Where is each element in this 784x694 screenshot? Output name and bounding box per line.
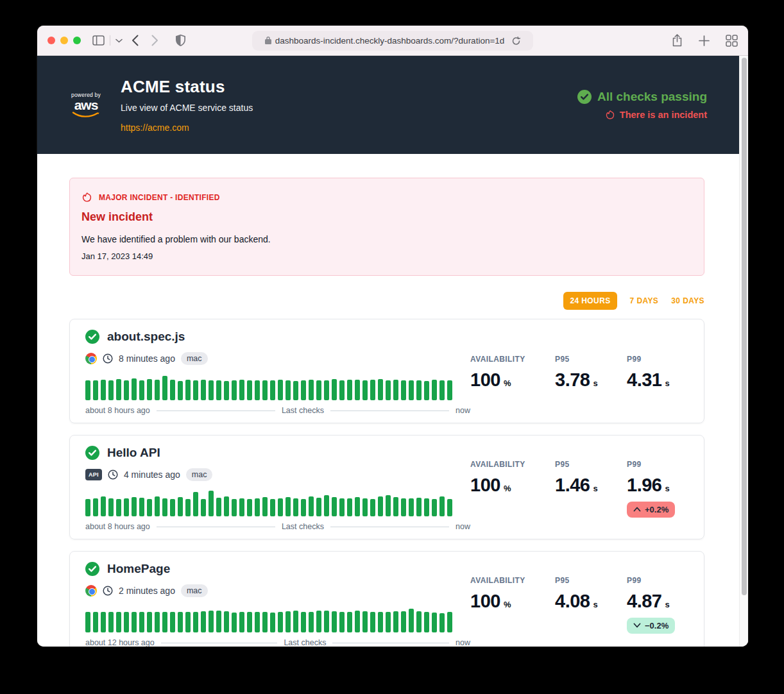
- traffic-lights: [47, 37, 81, 44]
- time-range-filters: 24 HOURS 7 DAYS 30 DAYS: [69, 292, 704, 310]
- zoom-window-button[interactable]: [73, 37, 81, 44]
- privacy-shield-icon[interactable]: [175, 34, 186, 47]
- tab-overview-icon[interactable]: [726, 35, 738, 47]
- p99-label: P99: [627, 460, 688, 469]
- acme-link[interactable]: https://acme.com: [121, 123, 189, 133]
- p99-unit: s: [665, 484, 669, 493]
- chart-axis: about 8 hours ago Last checks now: [85, 522, 470, 531]
- check-card-about-spec-js[interactable]: about.spec.js 8 minutes ago mac about 8 …: [69, 319, 704, 423]
- availability-label: AVAILABILITY: [470, 576, 555, 585]
- aws-logo-powered-by: powered by: [71, 92, 101, 98]
- filter-24-hours[interactable]: 24 HOURS: [563, 292, 617, 310]
- check-card-hello-api[interactable]: Hello API API 4 minutes ago mac about 8 …: [69, 435, 704, 539]
- scrollbar-thumb[interactable]: [742, 58, 747, 595]
- p99-delta-value: −0.2%: [645, 621, 669, 631]
- check-circle-icon: [85, 330, 99, 344]
- availability-unit: %: [504, 378, 511, 388]
- clock-icon: [103, 353, 113, 364]
- page-subtitle: Live view of ACME service status: [121, 103, 253, 113]
- p99-label: P99: [627, 355, 688, 364]
- availability-value: 100: [470, 369, 500, 390]
- axis-start-label: about 12 hours ago: [85, 638, 155, 647]
- check-title: about.spec.js: [107, 330, 185, 344]
- scrollbar-track: [739, 56, 748, 647]
- toolbar-divider: [110, 35, 110, 46]
- p99-value: 4.87: [627, 591, 661, 611]
- check-results-chart: [85, 491, 470, 516]
- close-window-button[interactable]: [47, 37, 55, 44]
- status-passing: All checks passing: [577, 90, 707, 104]
- axis-start-label: about 8 hours ago: [85, 406, 150, 415]
- share-icon[interactable]: [672, 34, 683, 47]
- p95-label: P95: [555, 460, 627, 469]
- check-title: HomePage: [107, 562, 170, 576]
- availability-label: AVAILABILITY: [470, 355, 555, 364]
- p95-unit: s: [593, 378, 597, 388]
- p99-delta-value: +0.2%: [645, 505, 669, 514]
- flame-icon: [605, 109, 615, 121]
- address-bar[interactable]: dashboards-incident.checkly-dashboards.c…: [252, 31, 533, 51]
- location-tag: mac: [181, 584, 208, 597]
- page-title: ACME status: [121, 77, 253, 97]
- location-tag: mac: [181, 352, 208, 365]
- filter-30-days[interactable]: 30 DAYS: [671, 296, 704, 305]
- p95-label: P95: [555, 355, 627, 364]
- p99-delta-badge: +0.2%: [627, 502, 675, 518]
- chrome-icon: [85, 585, 97, 597]
- check-results-chart: [85, 607, 470, 632]
- incident-timestamp: Jan 17, 2023 14:49: [81, 251, 692, 261]
- chevron-down-icon: [633, 623, 641, 628]
- incident-badge: MAJOR INCIDENT - IDENTIFIED: [99, 193, 220, 202]
- status-incident-label: There is an incident: [620, 110, 707, 120]
- axis-end-label: now: [456, 522, 470, 531]
- status-incident[interactable]: There is an incident: [605, 109, 707, 121]
- axis-mid-label: Last checks: [282, 522, 324, 531]
- location-tag: mac: [186, 468, 213, 481]
- axis-end-label: now: [456, 638, 470, 647]
- incident-banner: MAJOR INCIDENT - IDENTIFIED New incident…: [69, 178, 704, 276]
- p99-value: 1.96: [627, 475, 661, 495]
- minimize-window-button[interactable]: [60, 37, 68, 44]
- availability-unit: %: [504, 600, 511, 609]
- axis-mid-label: Last checks: [284, 638, 326, 647]
- p99-unit: s: [665, 600, 669, 609]
- check-circle-icon: [85, 562, 99, 576]
- clock-icon: [108, 470, 118, 480]
- forward-icon[interactable]: [151, 35, 158, 46]
- availability-value: 100: [470, 475, 500, 495]
- aws-logo-text: aws: [74, 98, 98, 112]
- new-tab-icon[interactable]: [699, 35, 710, 46]
- url-text: dashboards-incident.checkly-dashboards.c…: [275, 36, 505, 46]
- api-badge: API: [85, 469, 102, 480]
- incident-title: New incident: [81, 210, 692, 224]
- aws-smile-icon: [72, 112, 100, 119]
- availability-unit: %: [504, 484, 511, 493]
- check-card-homepage[interactable]: HomePage 2 minutes ago mac about 12 hour…: [69, 551, 704, 647]
- incident-message: We have identified a problem with our ba…: [81, 234, 692, 244]
- filter-7-days[interactable]: 7 DAYS: [630, 296, 659, 305]
- reload-icon[interactable]: [512, 37, 520, 46]
- sidebar-toggle-icon[interactable]: [92, 35, 105, 46]
- page: powered by aws ACME status Live view of …: [37, 56, 748, 647]
- sidebar-chevron-down-icon[interactable]: [115, 38, 123, 43]
- p99-label: P99: [627, 576, 688, 585]
- axis-end-label: now: [456, 406, 470, 415]
- check-results-chart: [85, 375, 470, 400]
- check-circle-icon: [85, 446, 99, 460]
- last-run-time: 8 minutes ago: [119, 353, 175, 364]
- check-circle-icon: [577, 90, 592, 104]
- p99-value: 4.31: [627, 369, 661, 390]
- p95-unit: s: [593, 484, 597, 493]
- last-run-time: 4 minutes ago: [124, 470, 180, 480]
- flame-icon: [81, 191, 92, 203]
- check-title: Hello API: [107, 446, 160, 460]
- p99-delta-badge: −0.2%: [627, 618, 675, 634]
- back-icon[interactable]: [132, 35, 139, 46]
- p95-unit: s: [593, 600, 597, 609]
- p95-value: 3.78: [555, 369, 590, 390]
- p95-value: 1.46: [555, 475, 590, 495]
- chart-axis: about 8 hours ago Last checks now: [85, 406, 470, 415]
- p95-value: 4.08: [555, 591, 590, 611]
- chevron-up-icon: [633, 507, 641, 512]
- site-header: powered by aws ACME status Live view of …: [37, 56, 739, 154]
